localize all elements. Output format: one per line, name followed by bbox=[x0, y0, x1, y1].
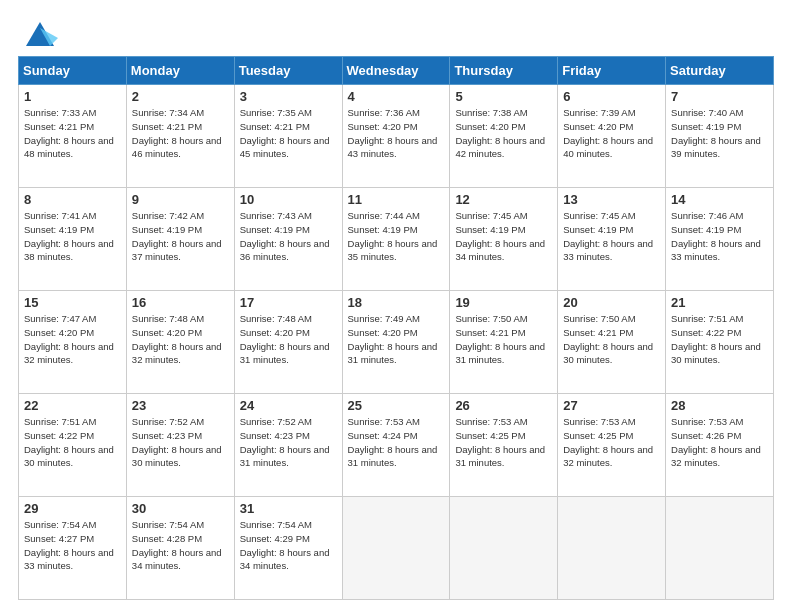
day-number: 19 bbox=[455, 295, 552, 310]
day-info: Sunrise: 7:45 AMSunset: 4:19 PMDaylight:… bbox=[455, 210, 545, 262]
calendar-cell: 31Sunrise: 7:54 AMSunset: 4:29 PMDayligh… bbox=[234, 497, 342, 600]
calendar-week-row: 29Sunrise: 7:54 AMSunset: 4:27 PMDayligh… bbox=[19, 497, 774, 600]
day-number: 17 bbox=[240, 295, 337, 310]
calendar-cell: 21Sunrise: 7:51 AMSunset: 4:22 PMDayligh… bbox=[666, 291, 774, 394]
calendar-week-row: 22Sunrise: 7:51 AMSunset: 4:22 PMDayligh… bbox=[19, 394, 774, 497]
day-info: Sunrise: 7:53 AMSunset: 4:26 PMDaylight:… bbox=[671, 416, 761, 468]
weekday-header-row: SundayMondayTuesdayWednesdayThursdayFrid… bbox=[19, 57, 774, 85]
day-number: 22 bbox=[24, 398, 121, 413]
calendar-cell: 1Sunrise: 7:33 AMSunset: 4:21 PMDaylight… bbox=[19, 85, 127, 188]
day-number: 12 bbox=[455, 192, 552, 207]
calendar-cell bbox=[342, 497, 450, 600]
day-number: 29 bbox=[24, 501, 121, 516]
calendar-cell: 15Sunrise: 7:47 AMSunset: 4:20 PMDayligh… bbox=[19, 291, 127, 394]
calendar-cell: 9Sunrise: 7:42 AMSunset: 4:19 PMDaylight… bbox=[126, 188, 234, 291]
calendar-cell: 7Sunrise: 7:40 AMSunset: 4:19 PMDaylight… bbox=[666, 85, 774, 188]
weekday-header-sunday: Sunday bbox=[19, 57, 127, 85]
day-info: Sunrise: 7:52 AMSunset: 4:23 PMDaylight:… bbox=[132, 416, 222, 468]
day-number: 11 bbox=[348, 192, 445, 207]
day-info: Sunrise: 7:45 AMSunset: 4:19 PMDaylight:… bbox=[563, 210, 653, 262]
day-info: Sunrise: 7:40 AMSunset: 4:19 PMDaylight:… bbox=[671, 107, 761, 159]
calendar-cell: 27Sunrise: 7:53 AMSunset: 4:25 PMDayligh… bbox=[558, 394, 666, 497]
day-info: Sunrise: 7:53 AMSunset: 4:25 PMDaylight:… bbox=[455, 416, 545, 468]
calendar-cell: 11Sunrise: 7:44 AMSunset: 4:19 PMDayligh… bbox=[342, 188, 450, 291]
day-number: 14 bbox=[671, 192, 768, 207]
page: SundayMondayTuesdayWednesdayThursdayFrid… bbox=[0, 0, 792, 612]
calendar-week-row: 8Sunrise: 7:41 AMSunset: 4:19 PMDaylight… bbox=[19, 188, 774, 291]
calendar-week-row: 15Sunrise: 7:47 AMSunset: 4:20 PMDayligh… bbox=[19, 291, 774, 394]
day-info: Sunrise: 7:54 AMSunset: 4:29 PMDaylight:… bbox=[240, 519, 330, 571]
calendar-cell: 16Sunrise: 7:48 AMSunset: 4:20 PMDayligh… bbox=[126, 291, 234, 394]
day-number: 20 bbox=[563, 295, 660, 310]
calendar-cell: 12Sunrise: 7:45 AMSunset: 4:19 PMDayligh… bbox=[450, 188, 558, 291]
day-info: Sunrise: 7:49 AMSunset: 4:20 PMDaylight:… bbox=[348, 313, 438, 365]
day-info: Sunrise: 7:48 AMSunset: 4:20 PMDaylight:… bbox=[132, 313, 222, 365]
calendar-cell: 19Sunrise: 7:50 AMSunset: 4:21 PMDayligh… bbox=[450, 291, 558, 394]
day-number: 21 bbox=[671, 295, 768, 310]
day-info: Sunrise: 7:54 AMSunset: 4:27 PMDaylight:… bbox=[24, 519, 114, 571]
header bbox=[18, 18, 774, 46]
logo bbox=[18, 18, 54, 46]
day-number: 9 bbox=[132, 192, 229, 207]
calendar-cell: 17Sunrise: 7:48 AMSunset: 4:20 PMDayligh… bbox=[234, 291, 342, 394]
day-number: 6 bbox=[563, 89, 660, 104]
day-info: Sunrise: 7:51 AMSunset: 4:22 PMDaylight:… bbox=[671, 313, 761, 365]
day-info: Sunrise: 7:50 AMSunset: 4:21 PMDaylight:… bbox=[455, 313, 545, 365]
logo-icon bbox=[22, 18, 54, 46]
day-number: 28 bbox=[671, 398, 768, 413]
calendar-cell bbox=[558, 497, 666, 600]
calendar-cell: 25Sunrise: 7:53 AMSunset: 4:24 PMDayligh… bbox=[342, 394, 450, 497]
day-number: 24 bbox=[240, 398, 337, 413]
calendar-week-row: 1Sunrise: 7:33 AMSunset: 4:21 PMDaylight… bbox=[19, 85, 774, 188]
day-info: Sunrise: 7:51 AMSunset: 4:22 PMDaylight:… bbox=[24, 416, 114, 468]
day-info: Sunrise: 7:38 AMSunset: 4:20 PMDaylight:… bbox=[455, 107, 545, 159]
calendar-cell bbox=[450, 497, 558, 600]
day-info: Sunrise: 7:52 AMSunset: 4:23 PMDaylight:… bbox=[240, 416, 330, 468]
calendar-cell: 2Sunrise: 7:34 AMSunset: 4:21 PMDaylight… bbox=[126, 85, 234, 188]
day-number: 10 bbox=[240, 192, 337, 207]
day-info: Sunrise: 7:33 AMSunset: 4:21 PMDaylight:… bbox=[24, 107, 114, 159]
calendar-cell: 18Sunrise: 7:49 AMSunset: 4:20 PMDayligh… bbox=[342, 291, 450, 394]
day-number: 31 bbox=[240, 501, 337, 516]
day-info: Sunrise: 7:35 AMSunset: 4:21 PMDaylight:… bbox=[240, 107, 330, 159]
calendar-cell: 20Sunrise: 7:50 AMSunset: 4:21 PMDayligh… bbox=[558, 291, 666, 394]
weekday-header-tuesday: Tuesday bbox=[234, 57, 342, 85]
calendar-cell: 3Sunrise: 7:35 AMSunset: 4:21 PMDaylight… bbox=[234, 85, 342, 188]
calendar-cell: 6Sunrise: 7:39 AMSunset: 4:20 PMDaylight… bbox=[558, 85, 666, 188]
day-number: 4 bbox=[348, 89, 445, 104]
day-number: 2 bbox=[132, 89, 229, 104]
day-number: 7 bbox=[671, 89, 768, 104]
calendar-cell: 23Sunrise: 7:52 AMSunset: 4:23 PMDayligh… bbox=[126, 394, 234, 497]
day-number: 26 bbox=[455, 398, 552, 413]
day-number: 30 bbox=[132, 501, 229, 516]
day-number: 5 bbox=[455, 89, 552, 104]
weekday-header-wednesday: Wednesday bbox=[342, 57, 450, 85]
calendar-cell: 5Sunrise: 7:38 AMSunset: 4:20 PMDaylight… bbox=[450, 85, 558, 188]
day-number: 18 bbox=[348, 295, 445, 310]
calendar-cell bbox=[666, 497, 774, 600]
calendar-table: SundayMondayTuesdayWednesdayThursdayFrid… bbox=[18, 56, 774, 600]
day-info: Sunrise: 7:39 AMSunset: 4:20 PMDaylight:… bbox=[563, 107, 653, 159]
calendar-cell: 14Sunrise: 7:46 AMSunset: 4:19 PMDayligh… bbox=[666, 188, 774, 291]
calendar-cell: 29Sunrise: 7:54 AMSunset: 4:27 PMDayligh… bbox=[19, 497, 127, 600]
day-info: Sunrise: 7:50 AMSunset: 4:21 PMDaylight:… bbox=[563, 313, 653, 365]
day-number: 16 bbox=[132, 295, 229, 310]
day-number: 27 bbox=[563, 398, 660, 413]
day-number: 13 bbox=[563, 192, 660, 207]
weekday-header-friday: Friday bbox=[558, 57, 666, 85]
day-info: Sunrise: 7:34 AMSunset: 4:21 PMDaylight:… bbox=[132, 107, 222, 159]
day-info: Sunrise: 7:44 AMSunset: 4:19 PMDaylight:… bbox=[348, 210, 438, 262]
calendar-cell: 4Sunrise: 7:36 AMSunset: 4:20 PMDaylight… bbox=[342, 85, 450, 188]
calendar-cell: 30Sunrise: 7:54 AMSunset: 4:28 PMDayligh… bbox=[126, 497, 234, 600]
day-info: Sunrise: 7:53 AMSunset: 4:25 PMDaylight:… bbox=[563, 416, 653, 468]
weekday-header-monday: Monday bbox=[126, 57, 234, 85]
day-info: Sunrise: 7:47 AMSunset: 4:20 PMDaylight:… bbox=[24, 313, 114, 365]
calendar-cell: 10Sunrise: 7:43 AMSunset: 4:19 PMDayligh… bbox=[234, 188, 342, 291]
day-number: 25 bbox=[348, 398, 445, 413]
day-number: 8 bbox=[24, 192, 121, 207]
day-number: 23 bbox=[132, 398, 229, 413]
day-info: Sunrise: 7:53 AMSunset: 4:24 PMDaylight:… bbox=[348, 416, 438, 468]
day-number: 15 bbox=[24, 295, 121, 310]
calendar-cell: 8Sunrise: 7:41 AMSunset: 4:19 PMDaylight… bbox=[19, 188, 127, 291]
day-info: Sunrise: 7:42 AMSunset: 4:19 PMDaylight:… bbox=[132, 210, 222, 262]
